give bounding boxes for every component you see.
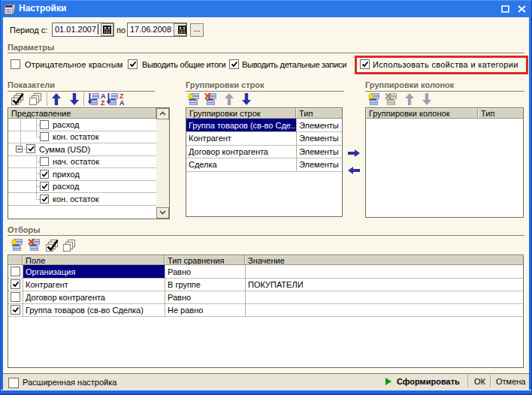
svg-text:Z: Z xyxy=(101,99,105,105)
svg-text:Z: Z xyxy=(119,92,124,100)
svg-text:A: A xyxy=(119,99,125,105)
